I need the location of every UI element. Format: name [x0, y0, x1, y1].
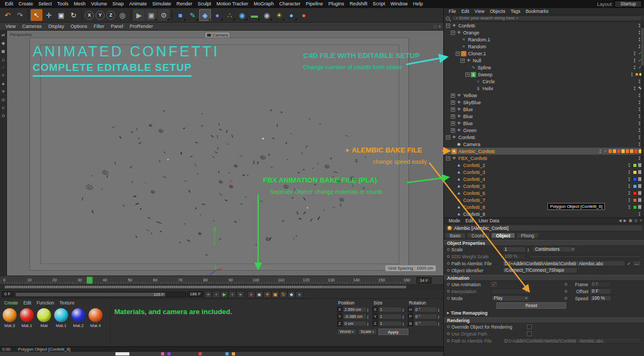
visibility-dots-icon[interactable] [634, 52, 635, 55]
anim-dot-icon[interactable] [565, 297, 567, 300]
goto-start-button[interactable]: « [204, 291, 212, 298]
menu-mograph[interactable]: MoGraph [251, 0, 277, 8]
expander-icon[interactable]: − [460, 59, 465, 63]
browse-file-button[interactable]: ... [633, 260, 641, 266]
material-item[interactable]: Mat.1 [20, 308, 34, 328]
render-picture-viewer-icon[interactable]: ▣ [145, 9, 157, 21]
material-menu-edit[interactable]: Edit [21, 300, 34, 306]
material-sphere-icon[interactable] [54, 308, 68, 322]
play-button[interactable]: ▶ [221, 291, 228, 298]
menu-tools[interactable]: Tools [55, 0, 71, 8]
viewport-menu-display[interactable]: Display [45, 23, 68, 31]
visibility-dots-icon[interactable] [639, 212, 640, 216]
tree-item-confetti[interactable]: −✛Confetti [444, 22, 644, 29]
alembic-tag-icon[interactable] [613, 149, 616, 153]
prev-key-button[interactable]: ‹ [213, 291, 220, 298]
points-mode-icon[interactable]: ∴ [1, 64, 6, 70]
range-start-field[interactable]: 0 F [2, 291, 13, 297]
tab-coord[interactable]: Coord. [467, 233, 491, 238]
object-manager-menu-edit[interactable]: Edit [459, 9, 472, 14]
tree-item-blue[interactable]: +✛Blue [444, 106, 644, 113]
visibility-dots-icon[interactable] [628, 191, 630, 195]
polygons-mode-icon[interactable]: ▲ [1, 81, 6, 86]
visibility-dots-icon[interactable] [639, 107, 640, 111]
render-settings-icon[interactable]: ⚙ [158, 9, 170, 21]
visibility-dots-icon[interactable] [639, 38, 640, 41]
tree-item-confetti-2[interactable]: ▲Confetti_2 [444, 162, 644, 169]
scale-input[interactable]: 1 [502, 246, 526, 252]
subdivision-surface-icon[interactable]: ◆ [199, 9, 211, 21]
anim-dot-icon[interactable] [447, 248, 450, 251]
menu-volume[interactable]: Volume [89, 0, 110, 8]
attribute-menu-mode[interactable]: Mode [446, 218, 463, 223]
menu-window[interactable]: Window [387, 0, 410, 8]
perspective-viewport[interactable]: Perspective Camera ANIMATED CONFETTI COM… [7, 31, 443, 275]
tab-object[interactable]: Object [491, 233, 515, 238]
history-forward-icon[interactable]: ▶ [624, 219, 626, 223]
speed-input[interactable]: 100 % [590, 295, 611, 301]
coord-stepper[interactable]: ▴▾ [402, 322, 406, 326]
coord-value-input[interactable]: 0 ° [414, 314, 437, 319]
record-scale-button[interactable]: ▣ [272, 291, 279, 298]
expander-icon[interactable]: − [446, 135, 450, 140]
viewport-view-label[interactable]: Perspective [10, 32, 32, 37]
snap-icon[interactable]: ∪ [1, 105, 6, 111]
anim-dot-icon[interactable] [447, 283, 450, 286]
anim-dot-icon[interactable] [447, 290, 450, 293]
offset-input[interactable]: 0 F [590, 288, 611, 294]
coord-value-input[interactable]: -0.385 cm [343, 314, 367, 319]
expander-icon[interactable]: − [465, 72, 470, 77]
search-input[interactable]: < Enter your search string here > [452, 16, 642, 21]
coord-value-input[interactable]: 1 [378, 321, 402, 326]
tree-item-null[interactable]: −✛Null✓ [444, 57, 644, 64]
sky-icon[interactable]: ● [286, 9, 297, 21]
tree-item-confetti[interactable]: −✛Confetti [444, 134, 644, 141]
menu-character[interactable]: Character [276, 0, 303, 8]
material-sphere-icon[interactable] [3, 308, 17, 322]
taskbar-app-icon[interactable] [232, 352, 235, 355]
os-taskbar[interactable] [0, 352, 443, 356]
tree-item-fbx-confetti[interactable]: −✛FBX_Confetti [444, 155, 644, 162]
menu-animate[interactable]: Animate [127, 0, 150, 8]
tree-item-skyblue[interactable]: +✛SkyBlue [444, 99, 644, 106]
material-sphere-icon[interactable] [20, 308, 34, 322]
record-parameter-button[interactable]: ◆ [288, 291, 295, 298]
light-icon[interactable]: ☀ [273, 9, 285, 21]
expander-icon[interactable]: + [451, 114, 455, 119]
tree-item-confetti-9[interactable]: ▲Confetti_9 [444, 210, 644, 217]
alembic-tag-icon[interactable] [621, 149, 625, 153]
tree-item-green[interactable]: +✛Green [444, 127, 644, 134]
coord-stepper[interactable]: ▴▾ [402, 315, 406, 319]
expander-icon[interactable]: − [446, 24, 450, 28]
coord-value-input[interactable]: 0 cm [343, 321, 367, 326]
tree-item-confetti-6[interactable]: ▲Confetti_6 [444, 190, 644, 197]
tree-item-confetti-4[interactable]: ▲Confetti_4 [444, 176, 644, 183]
alembic-tag-icon[interactable] [634, 149, 638, 153]
current-frame-field[interactable]: 34 F [416, 277, 431, 284]
coordinate-system-icon[interactable]: ◎ [116, 9, 128, 21]
coord-value-input[interactable]: 1 [378, 307, 402, 313]
visibility-dots-icon[interactable] [628, 170, 630, 174]
viewport-menu-filter[interactable]: Filter [90, 23, 107, 31]
menu-pipeline[interactable]: Pipeline [303, 0, 326, 8]
menu-simulate[interactable]: Simulate [150, 0, 174, 8]
material-sphere-icon[interactable] [71, 308, 85, 322]
workplane-mode-icon[interactable]: △ [1, 56, 6, 62]
anim-dot-icon[interactable] [447, 325, 450, 328]
tree-item-confetti-8[interactable]: ▲Confetti_8 [444, 204, 644, 210]
material-item[interactable]: Mat.2 [71, 308, 85, 328]
viewport-menu-options[interactable]: Options [67, 23, 90, 31]
orange-state-dot-icon[interactable] [635, 73, 638, 76]
menu-plugins[interactable]: Plugins [326, 0, 347, 8]
redo-icon[interactable]: ↷ [14, 9, 26, 21]
taskbar-app-icon[interactable] [161, 352, 164, 355]
object-identifier-input[interactable]: /Connect_7/Connect_7Shape [502, 267, 577, 273]
visibility-dots-icon[interactable] [639, 45, 640, 48]
visibility-dots-icon[interactable] [639, 31, 640, 34]
visibility-dots-icon[interactable] [634, 66, 635, 69]
object-manager-menu-tags[interactable]: Tags [508, 9, 523, 14]
taskbar-app-icon[interactable] [167, 352, 171, 355]
alembic-path-input[interactable]: D:\~Addin\Confetti\Alembic\Confetti_Alem… [502, 260, 625, 266]
material-tag-icon[interactable] [633, 198, 637, 202]
goto-end-button[interactable]: » [237, 291, 244, 298]
